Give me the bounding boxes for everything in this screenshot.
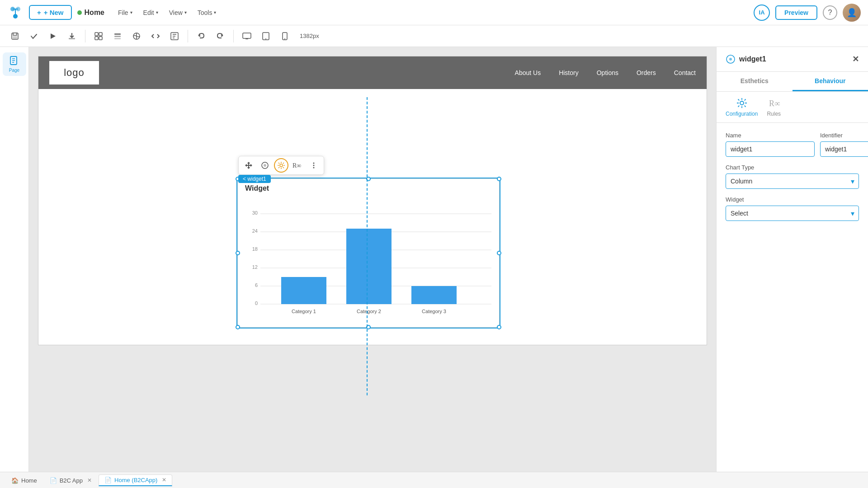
panel-body: Name Identifier Chart Type Column ▾ <box>717 123 868 230</box>
nav-tools[interactable]: Tools ▾ <box>193 6 221 19</box>
bottom-tab-home-b2capp-close[interactable]: ✕ <box>162 477 166 483</box>
widget-rules-button[interactable]: R∞ <box>290 158 305 173</box>
components-button[interactable] <box>91 28 106 44</box>
widget-select[interactable]: Select <box>726 206 859 221</box>
tab-esthetics[interactable]: Esthetics <box>717 72 793 91</box>
bottom-tab-home-b2capp[interactable]: 📄 Home (B2CApp) ✕ <box>99 474 172 486</box>
widget-move-button[interactable] <box>241 158 256 173</box>
svg-text:12: 12 <box>252 264 258 270</box>
tab-behaviour-label: Behaviour <box>815 77 845 84</box>
data-button[interactable] <box>129 28 144 44</box>
mobile-view-button[interactable] <box>277 28 292 44</box>
redo-button[interactable] <box>212 28 228 44</box>
svg-text:R∞: R∞ <box>769 99 780 108</box>
bar-category3[interactable] <box>411 286 457 304</box>
plus-icon: + <box>37 9 41 16</box>
app-logo-icon <box>7 5 24 21</box>
site-nav-orders[interactable]: Orders <box>637 69 656 76</box>
svg-rect-10 <box>95 33 98 36</box>
separator <box>85 30 85 42</box>
handle-top-right[interactable] <box>497 177 501 181</box>
handle-bottom-center[interactable] <box>366 325 371 329</box>
ia-button[interactable]: IA <box>754 5 770 21</box>
handle-middle-left[interactable] <box>236 251 240 255</box>
chart-widget[interactable]: Widget 0 6 12 18 24 30 <box>237 178 500 328</box>
identifier-input[interactable] <box>820 141 868 157</box>
nav-file-label: File <box>118 9 128 16</box>
svg-text:18: 18 <box>252 246 258 252</box>
svg-point-35 <box>264 164 266 167</box>
tab-behaviour[interactable]: Behaviour <box>793 72 868 91</box>
export-button[interactable] <box>64 28 80 44</box>
site-nav-history[interactable]: History <box>559 69 579 76</box>
widget-label-tag[interactable]: < widget1 <box>238 175 271 183</box>
layers-button[interactable] <box>110 28 125 44</box>
separator-3 <box>233 30 234 42</box>
name-field-label: Name <box>726 132 815 139</box>
home-nav-item: Home <box>77 9 104 17</box>
page-icon: 📄 <box>104 477 112 483</box>
config-tab-rules[interactable]: R∞ Rules <box>767 97 781 117</box>
panel-title: widget1 <box>739 55 766 63</box>
svg-rect-7 <box>13 36 17 39</box>
name-identifier-row: Name Identifier <box>726 132 859 157</box>
preview-button[interactable]: Preview <box>775 5 817 20</box>
bar-category1[interactable] <box>281 277 326 304</box>
svg-text:Category 3: Category 3 <box>422 309 446 314</box>
svg-point-39 <box>313 165 315 166</box>
bar-category2[interactable] <box>346 229 392 304</box>
bottom-tab-b2c-app[interactable]: 📄 B2C App ✕ <box>44 475 98 486</box>
config-tab-configuration[interactable]: Configuration <box>726 97 758 117</box>
chart-title: Widget <box>238 179 499 194</box>
panel-close-button[interactable]: ✕ <box>852 54 859 64</box>
avatar[interactable]: 👤 <box>843 4 861 22</box>
handle-middle-right[interactable] <box>497 251 501 255</box>
save-button[interactable] <box>7 28 23 44</box>
svg-text:24: 24 <box>252 228 258 234</box>
code-button[interactable] <box>148 28 163 44</box>
site-nav-options[interactable]: Options <box>597 69 618 76</box>
new-button[interactable]: + + New <box>29 5 72 20</box>
nav-edit[interactable]: Edit ▾ <box>139 6 163 19</box>
bottom-tab-b2c-close[interactable]: ✕ <box>87 477 92 483</box>
svg-point-4 <box>13 14 18 19</box>
widget-component-button[interactable] <box>258 158 272 173</box>
canvas-wrapper: logo About Us History Options Orders Con… <box>38 56 707 345</box>
source-button[interactable] <box>167 28 182 44</box>
svg-text:Category 2: Category 2 <box>357 309 381 314</box>
svg-point-57 <box>729 58 732 61</box>
site-nav: About Us History Options Orders Contact <box>515 69 696 76</box>
bottom-tab-home[interactable]: 🏠 Home <box>5 475 43 486</box>
chart-type-field-group: Chart Type Column ▾ <box>726 164 859 189</box>
panel-header: widget1 ✕ <box>717 47 868 72</box>
sidebar-item-page[interactable]: Page <box>3 52 26 76</box>
site-nav-about[interactable]: About Us <box>515 69 541 76</box>
widget-more-button[interactable] <box>307 158 321 173</box>
identifier-field-group: Identifier <box>820 132 868 157</box>
handle-bottom-right[interactable] <box>497 325 501 329</box>
check-button[interactable] <box>26 28 42 44</box>
chart-type-select[interactable]: Column <box>726 174 859 189</box>
undo-button[interactable] <box>193 28 209 44</box>
svg-point-36 <box>280 164 283 167</box>
left-sidebar: Page <box>0 47 29 472</box>
svg-point-40 <box>313 167 315 169</box>
site-logo-text: logo <box>64 67 85 79</box>
preview-label: Preview <box>784 9 808 16</box>
nav-file[interactable]: File ▾ <box>113 6 137 19</box>
config-tabs: Configuration R∞ Rules <box>717 92 868 123</box>
site-nav-contact[interactable]: Contact <box>674 69 696 76</box>
help-button[interactable]: ? <box>823 5 837 20</box>
name-input[interactable] <box>726 141 815 157</box>
canvas-area[interactable]: logo About Us History Options Orders Con… <box>29 47 716 472</box>
top-bar-right: IA Preview ? 👤 <box>754 4 861 22</box>
desktop-view-button[interactable] <box>239 28 255 44</box>
tablet-view-button[interactable] <box>258 28 274 44</box>
panel-tabs: Esthetics Behaviour <box>717 72 868 92</box>
play-button[interactable] <box>45 28 61 44</box>
nav-view[interactable]: View ▾ <box>165 6 191 19</box>
widget-config-button[interactable] <box>274 158 288 173</box>
handle-bottom-left[interactable] <box>236 325 240 329</box>
handle-top-center[interactable] <box>366 177 371 181</box>
svg-text:30: 30 <box>252 210 258 216</box>
